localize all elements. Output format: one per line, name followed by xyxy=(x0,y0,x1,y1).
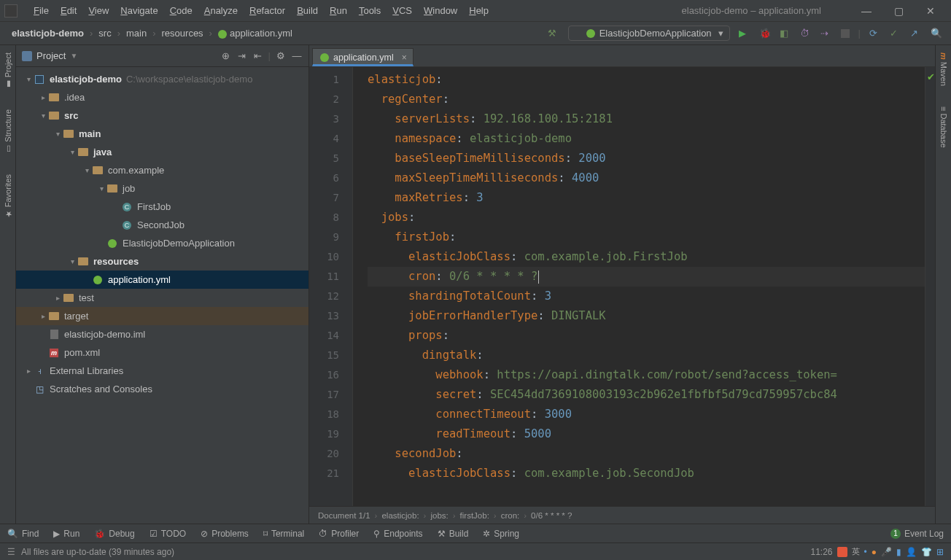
tree-node[interactable]: elasticjob-demo.iml xyxy=(16,325,308,343)
line-number[interactable]: 10 xyxy=(309,247,339,267)
debug-icon[interactable]: 🐞 xyxy=(759,28,771,39)
tree-node[interactable]: ▸⫞External Libraries xyxy=(16,362,308,380)
menu-run[interactable]: Run xyxy=(324,5,353,16)
line-number[interactable]: 15 xyxy=(309,346,339,365)
tray-icon[interactable]: 🎤 xyxy=(881,547,892,557)
crumb-item[interactable]: firstJob: xyxy=(460,511,489,520)
locate-icon[interactable]: ⊕ xyxy=(220,50,232,61)
code-line[interactable]: maxRetries: 3 xyxy=(368,188,925,208)
bottom-spring[interactable]: ✲Spring xyxy=(483,529,519,539)
push-icon[interactable]: ↗ xyxy=(910,28,922,39)
tree-node[interactable]: application.yml xyxy=(16,271,308,289)
editor-tab[interactable]: application.yml × xyxy=(312,48,414,66)
run-config-selector[interactable]: ElasticjobDemoApplication xyxy=(568,26,730,41)
code-line[interactable]: firstJob: xyxy=(368,228,925,247)
line-number[interactable]: 12 xyxy=(309,287,339,306)
line-number[interactable]: 13 xyxy=(309,306,339,326)
breadcrumb-item[interactable]: application.yml xyxy=(215,28,295,39)
tray-icon[interactable]: 英 xyxy=(852,546,860,557)
tree-node[interactable]: ElasticjobDemoApplication xyxy=(16,234,308,252)
tree-root[interactable]: ▾elasticjob-demoC:\workspace\elasticjob-… xyxy=(16,70,308,88)
bottom-profiler[interactable]: ⏱Profiler xyxy=(319,529,359,539)
line-number[interactable]: 9 xyxy=(309,228,339,247)
toolwindow-maven[interactable]: m Maven xyxy=(939,50,948,89)
code-line[interactable]: cron: 0/6 * * * * ? xyxy=(368,267,925,287)
line-number[interactable]: 7 xyxy=(309,188,339,208)
menu-analyze[interactable]: Analyze xyxy=(198,5,244,16)
code-line[interactable]: secondJob: xyxy=(368,444,925,464)
bottom-find[interactable]: 🔍Find xyxy=(7,529,39,539)
toolwindow-project[interactable]: ▮ Project xyxy=(3,50,12,92)
breadcrumb[interactable]: elasticjob-demo›src›main›resources›appli… xyxy=(9,28,295,39)
menu-file[interactable]: File xyxy=(28,5,55,16)
tree-node[interactable]: ▾resources xyxy=(16,252,308,271)
line-number[interactable]: 11 xyxy=(309,267,339,287)
code-line[interactable]: dingtalk: xyxy=(368,346,925,365)
tray-icon[interactable]: 👕 xyxy=(921,547,932,557)
editor-breadcrumb[interactable]: Document 1/1 ›elasticjob:›jobs:›firstJob… xyxy=(309,506,935,524)
bottom-todo[interactable]: ☑TODO xyxy=(150,529,186,539)
menu-window[interactable]: Window xyxy=(418,5,463,16)
tree-node[interactable]: ▾src xyxy=(16,106,308,125)
breadcrumb-item[interactable]: main xyxy=(123,28,150,39)
breadcrumb-item[interactable]: elasticjob-demo xyxy=(9,28,87,39)
line-number[interactable]: 4 xyxy=(309,129,339,149)
expand-icon[interactable]: ⇥ xyxy=(236,50,248,61)
tree-node[interactable]: ▸target xyxy=(16,307,308,325)
tree-node[interactable]: CFirstJob xyxy=(16,198,308,216)
search-icon[interactable]: 🔍 xyxy=(931,28,942,39)
tree-node[interactable]: ▾java xyxy=(16,143,308,161)
maximize-button[interactable]: ▢ xyxy=(882,5,915,17)
vcs-status-icon[interactable]: ☰ xyxy=(7,547,21,557)
crumb-item[interactable]: cron: xyxy=(501,511,520,520)
line-number[interactable]: 8 xyxy=(309,208,339,228)
menu-view[interactable]: View xyxy=(82,5,114,16)
tray-icon[interactable]: ● xyxy=(872,547,877,557)
minimize-button[interactable]: — xyxy=(850,5,882,17)
line-number[interactable]: 16 xyxy=(309,365,339,385)
build-icon[interactable]: ⚒ xyxy=(548,28,568,39)
line-number[interactable]: 20 xyxy=(309,444,339,464)
event-log[interactable]: 1Event Log xyxy=(890,529,944,539)
editor-gutter[interactable]: 123456789101112131415161718192021 xyxy=(309,67,353,506)
project-title[interactable]: Project xyxy=(36,50,66,61)
profile-icon[interactable]: ⏱ xyxy=(800,28,812,39)
project-tree[interactable]: ▾elasticjob-demoC:\workspace\elasticjob-… xyxy=(16,67,308,524)
project-dropdown-icon[interactable]: ▼ xyxy=(70,52,77,60)
stop-icon[interactable] xyxy=(841,29,850,38)
tab-close-icon[interactable]: × xyxy=(402,52,407,63)
tree-node[interactable]: mpom.xml xyxy=(16,343,308,362)
line-number[interactable]: 3 xyxy=(309,109,339,129)
line-number[interactable]: 1 xyxy=(309,70,339,90)
toolwindow-database[interactable]: ≡ Database xyxy=(939,104,948,151)
code-line[interactable]: secret: SEC454dd7369108003193c2b962e1fbf… xyxy=(368,385,925,405)
code-line[interactable]: connectTimeout: 3000 xyxy=(368,405,925,424)
line-number[interactable]: 2 xyxy=(309,90,339,109)
toolwindow-structure[interactable]: ▯ Structure xyxy=(3,106,12,157)
line-number[interactable]: 19 xyxy=(309,424,339,444)
tray-icon[interactable]: ⊞ xyxy=(936,547,944,557)
bottom-endpoints[interactable]: ⚲Endpoints xyxy=(373,529,422,539)
code-line[interactable]: shardingTotalCount: 3 xyxy=(368,287,925,306)
line-number[interactable]: 18 xyxy=(309,405,339,424)
tree-node[interactable]: ◳Scratches and Consoles xyxy=(16,380,308,398)
code-line[interactable]: readTimeout: 5000 xyxy=(368,424,925,444)
menu-vcs[interactable]: VCS xyxy=(387,5,418,16)
line-number[interactable]: 21 xyxy=(309,464,339,483)
settings-icon[interactable]: ⚙ xyxy=(275,50,287,61)
menu-navigate[interactable]: Navigate xyxy=(114,5,163,16)
tray-icon[interactable]: 👤 xyxy=(906,547,917,557)
menu-tools[interactable]: Tools xyxy=(353,5,387,16)
bottom-terminal[interactable]: ⌑Terminal xyxy=(263,529,304,539)
code-line[interactable]: jobs: xyxy=(368,208,925,228)
close-button[interactable]: ✕ xyxy=(915,5,947,17)
bottom-debug[interactable]: 🐞Debug xyxy=(94,529,134,539)
menu-edit[interactable]: Edit xyxy=(55,5,82,16)
run-icon[interactable]: ▶ xyxy=(739,28,750,39)
code-line[interactable]: webhook: https://oapi.dingtalk.com/robot… xyxy=(368,365,925,385)
line-number[interactable]: 5 xyxy=(309,149,339,168)
tray-icon[interactable] xyxy=(837,547,847,557)
code-line[interactable]: elasticJobClass: com.example.job.SecondJ… xyxy=(368,464,925,483)
attach-icon[interactable]: ⇢ xyxy=(820,28,832,39)
crumb-item[interactable]: 0/6 * * * * ? xyxy=(531,511,572,520)
